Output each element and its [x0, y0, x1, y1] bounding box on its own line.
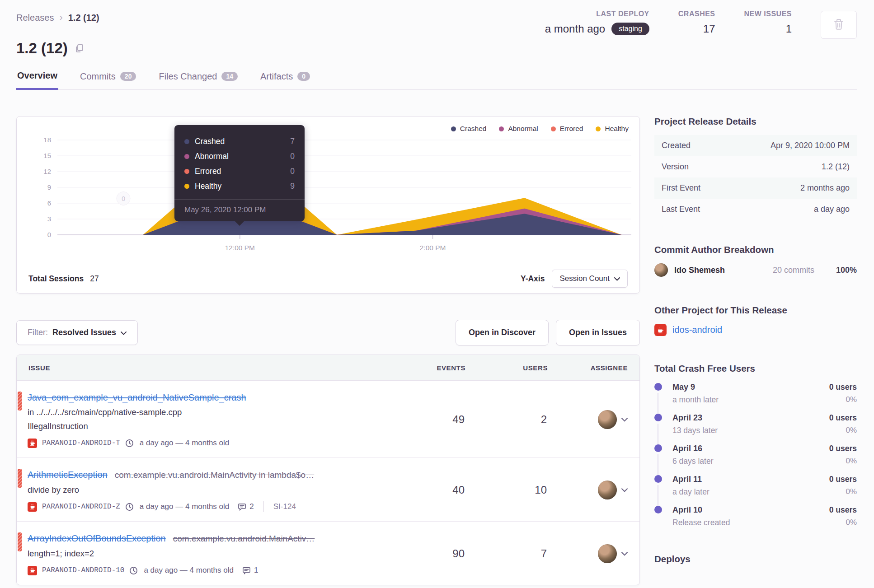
assignee-avatar[interactable]	[598, 544, 617, 563]
issue-culprit-link[interactable]: com.example.vu.android.MainActivity in l…	[115, 470, 314, 480]
issues-filter-dropdown[interactable]: Filter: Resolved Issues	[16, 320, 138, 345]
legend-item-healthy[interactable]: Healthy	[596, 125, 629, 133]
new-issues-value: 1	[744, 23, 792, 35]
header-stats: LAST DEPLOY a month ago staging CRASHES …	[545, 10, 857, 39]
users-count: 7	[465, 547, 548, 560]
tab-files-changed[interactable]: Files Changed 14	[158, 70, 239, 89]
tab-overview[interactable]: Overview	[16, 70, 58, 90]
sessions-chart: 0369121518012:00 PM2:00 PM CrashedAbnorm…	[17, 117, 639, 264]
issue-annotation-link[interactable]: SI-124	[273, 502, 296, 511]
java-platform-icon	[28, 439, 37, 448]
section-title: Commit Author Breakdown	[654, 244, 857, 255]
legend-item-abnormal[interactable]: Abnormal	[499, 125, 538, 133]
commit-author-row: Ido Shemesh 20 commits 100%	[654, 263, 857, 277]
project-slug: PARANOID-ANDROID-T	[42, 439, 120, 447]
delete-release-button[interactable]	[821, 11, 857, 39]
detail-label: Created	[662, 141, 691, 150]
project-slug: PARANOID-ANDROID-10	[42, 566, 124, 574]
crash-free-percent: 0%	[829, 395, 857, 404]
java-platform-icon	[28, 502, 37, 512]
last-deploy-value: a month ago	[545, 23, 605, 35]
environment-badge: staging	[611, 23, 649, 35]
new-issues-stat: NEW ISSUES 1	[744, 10, 792, 35]
commits-count-badge: 20	[120, 72, 136, 81]
detail-value: 1.2 (12)	[822, 162, 850, 172]
crash-free-percent: 0%	[829, 426, 857, 435]
issue-culprit-link[interactable]: com.example.vu.android.MainActiv…	[173, 534, 315, 543]
issue-meta: PARANOID-ANDROID-10a day ago — 4 months …	[28, 564, 398, 577]
meta-divider	[263, 501, 264, 512]
other-project-link[interactable]: idos-android	[672, 325, 722, 335]
last-deploy-stat: LAST DEPLOY a month ago staging	[545, 10, 649, 35]
sessions-chart-svg: 0369121518012:00 PM2:00 PM	[17, 117, 639, 264]
series-dot-icon	[184, 169, 189, 174]
issue-row: ArrayIndexOutOfBoundsExceptioncom.exampl…	[17, 521, 639, 585]
crash-free-percent: 0%	[829, 487, 857, 496]
chevron-down-icon[interactable]	[621, 488, 628, 492]
tab-commits[interactable]: Commits 20	[79, 70, 137, 89]
page-title: 1.2 (12)	[16, 40, 857, 57]
copy-icon[interactable]	[74, 43, 85, 54]
series-dot-icon	[184, 139, 189, 144]
crash-free-users: 0 users	[829, 382, 857, 392]
issue-age: a day ago — 4 months old	[140, 439, 229, 448]
svg-text:18: 18	[43, 136, 51, 144]
error-level-bar	[18, 469, 22, 488]
project-row: idos-android	[654, 324, 857, 336]
breadcrumb-current: 1.2 (12)	[68, 13, 99, 23]
section-title: Other Project for This Release	[654, 305, 857, 316]
legend-item-crashed[interactable]: Crashed	[451, 125, 487, 133]
detail-value: 2 months ago	[800, 183, 850, 193]
issue-title-link[interactable]: ArrayIndexOutOfBoundsException	[28, 533, 166, 543]
users-count: 10	[465, 484, 548, 496]
assignee-avatar[interactable]	[598, 481, 617, 499]
release-version: 1.2 (12)	[16, 40, 68, 57]
yaxis-label: Y-Axis	[521, 274, 545, 284]
other-project-section: Other Project for This Release idos-andr…	[654, 305, 857, 336]
svg-text:9: 9	[47, 183, 51, 191]
chart-footer: Total Sessions 27 Y-Axis Session Count	[17, 264, 639, 293]
author-percent: 100%	[836, 266, 857, 275]
legend-item-errored[interactable]: Errored	[551, 125, 583, 133]
assignee-cell	[548, 410, 628, 429]
crashes-stat: CRASHES 17	[678, 10, 715, 35]
author-avatar	[654, 263, 668, 277]
timeline-connector	[658, 424, 658, 444]
tab-artifacts[interactable]: Artifacts 0	[259, 70, 311, 89]
crash-free-item: April 10Release created0 users0%	[654, 505, 857, 528]
issue-title-link[interactable]: Java_com_example_vu_android_NativeSample…	[28, 392, 246, 402]
crash-free-users: 0 users	[829, 505, 857, 515]
author-name: Ido Shemesh	[674, 266, 725, 275]
crash-free-item: April 11a day later0 users0%	[654, 474, 857, 498]
legend-dot-icon	[551, 126, 556, 131]
open-in-discover-button[interactable]: Open in Discover	[456, 320, 549, 345]
comments-count[interactable]: 2	[238, 502, 254, 511]
tooltip-row-errored: Errored0	[184, 164, 295, 179]
issues-toolbar: Filter: Resolved Issues Open in Discover…	[16, 320, 640, 345]
legend-dot-icon	[451, 126, 456, 131]
svg-text:0: 0	[122, 195, 125, 202]
deploys-section-title: Deploys	[654, 554, 857, 565]
chevron-down-icon[interactable]	[621, 552, 628, 556]
assignee-avatar[interactable]	[598, 410, 617, 429]
release-sidebar: Project Release Details CreatedApr 9, 20…	[654, 116, 857, 565]
crash-free-users: 0 users	[829, 474, 857, 484]
timeline-dot-icon	[654, 506, 662, 513]
main-content: 0369121518012:00 PM2:00 PM CrashedAbnorm…	[0, 90, 874, 585]
breadcrumb-releases-link[interactable]: Releases	[16, 13, 54, 23]
chevron-down-icon[interactable]	[621, 418, 628, 422]
detail-row: Version1.2 (12)	[654, 156, 857, 177]
issue-title-link[interactable]: ArithmeticException	[28, 470, 108, 480]
java-platform-icon	[28, 566, 37, 575]
comments-count[interactable]: 1	[242, 566, 258, 575]
crash-free-percent: 0%	[829, 518, 857, 527]
issue-row: ArithmeticExceptioncom.example.vu.androi…	[17, 457, 639, 521]
crash-free-users: 0 users	[829, 413, 857, 423]
open-in-issues-button[interactable]: Open in Issues	[556, 320, 640, 345]
users-count: 2	[465, 413, 548, 426]
crash-free-item: April 166 days later0 users0%	[654, 443, 857, 467]
svg-text:6: 6	[47, 199, 51, 207]
issue-cell: ArrayIndexOutOfBoundsExceptioncom.exampl…	[28, 531, 398, 577]
crash-free-item: April 2313 days later0 users0%	[654, 413, 857, 436]
yaxis-select[interactable]: Session Count	[552, 270, 628, 288]
